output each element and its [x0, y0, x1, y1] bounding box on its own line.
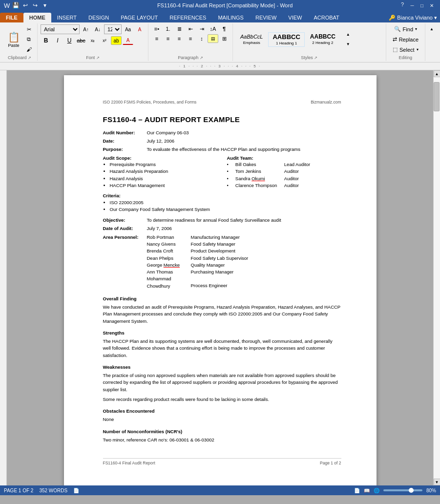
ribbon-collapse-button[interactable]: ▲	[426, 24, 437, 33]
undo-button[interactable]: ↩	[21, 2, 29, 9]
subscript-button[interactable]: x₂	[87, 36, 98, 45]
strikethrough-button[interactable]: abc	[76, 36, 86, 45]
decrease-indent-button[interactable]: ⇤	[185, 24, 196, 33]
save-button[interactable]: 💾	[12, 2, 20, 9]
criteria-list: ISO 22000:2005 Our Company Food Safety M…	[110, 199, 341, 213]
view-print-button[interactable]: 📄	[354, 488, 360, 493]
tab-review[interactable]: REVIEW	[250, 13, 282, 22]
audit-scope-list: Prerequisite Programs Hazard Analysis Pr…	[110, 161, 217, 189]
restore-button[interactable]: □	[418, 1, 426, 9]
audit-team-col: Audit Team: • Bill Oakes Lead Auditor • …	[227, 155, 341, 190]
bullets-button[interactable]: ≡•	[151, 24, 162, 33]
justify-button[interactable]: ≡	[185, 34, 196, 43]
criteria-section: Criteria: ISO 22000:2005 Our Company Foo…	[103, 192, 341, 215]
underline-button[interactable]: U	[64, 36, 75, 45]
font-grow-button[interactable]: A↑	[81, 25, 91, 34]
close-button[interactable]: ✕	[427, 1, 436, 9]
find-button[interactable]: 🔍 Find ▾	[391, 24, 420, 34]
styles-up-button[interactable]: ▲	[343, 30, 354, 39]
format-painter-button[interactable]: 🖌	[23, 45, 34, 54]
scrollbar-thumb[interactable]	[434, 82, 440, 111]
superscript-button[interactable]: x²	[99, 36, 110, 45]
multilevel-button[interactable]: ≣	[174, 24, 185, 33]
line-spacing-button[interactable]: ↕	[196, 34, 207, 43]
weaknesses-text2: Some records regarding product recalls w…	[103, 396, 341, 403]
tab-design[interactable]: DESIGN	[83, 13, 115, 22]
bold-button[interactable]: B	[41, 36, 51, 45]
footer-right: Page 1 of 2	[320, 461, 341, 466]
italic-button[interactable]: I	[52, 36, 63, 45]
tab-view[interactable]: VIEW	[282, 13, 308, 22]
tab-file[interactable]: FILE	[0, 13, 23, 22]
word-icon: W	[4, 2, 10, 9]
find-caret: ▾	[415, 27, 417, 31]
audit-scope-label: Audit Scope:	[103, 155, 217, 161]
paste-button[interactable]: 📋 Paste	[5, 29, 22, 50]
editing-controls: 🔍 Find ▾ ⇄ Replace ⬚ Select ▾	[389, 24, 422, 54]
tab-references[interactable]: REFERENCES	[164, 13, 212, 22]
font-name-select[interactable]: Arial	[41, 24, 80, 34]
style-heading1-sample: AABBCC	[272, 34, 300, 40]
sort-button[interactable]: ↕A	[208, 24, 218, 33]
header-right: Bizmanualz.com	[311, 100, 341, 105]
tab-mailings[interactable]: MAILINGS	[212, 13, 250, 22]
redo-button[interactable]: ↪	[31, 2, 39, 9]
document-scroll: ISO 22000 FSMS Policies, Procedures, and…	[7, 70, 433, 485]
view-web-button[interactable]: 🌐	[374, 488, 379, 493]
style-emphasis[interactable]: AaBbCcL Emphasis	[236, 33, 267, 46]
clear-format-button[interactable]: Aa	[123, 25, 133, 34]
minimize-button[interactable]: ─	[408, 1, 417, 9]
scroll-down-button[interactable]: ▼	[434, 479, 440, 485]
tab-page-layout[interactable]: PAGE LAYOUT	[115, 13, 164, 22]
font-color-button[interactable]: A	[123, 36, 133, 45]
tab-acrobat[interactable]: ACROBAT	[308, 13, 345, 22]
title-bar: W 💾 ↩ ↪ ▾ FS1160-4 Final Audit Report [C…	[0, 0, 440, 11]
p-name-4: George Mencke	[147, 262, 186, 269]
cut-button[interactable]: ✂	[23, 25, 34, 34]
borders-button[interactable]: ⊞	[219, 34, 230, 43]
purpose-row: Purpose: To evaluate the effectiveness o…	[103, 146, 341, 152]
copy-button[interactable]: ⧉	[23, 35, 34, 44]
purpose-value: To evaluate the effectiveness of the HAC…	[147, 146, 300, 152]
select-button[interactable]: ⬚ Select ▾	[389, 45, 422, 54]
scroll-up-button[interactable]: ▲	[434, 70, 440, 77]
font-size-select[interactable]: 12	[104, 24, 122, 34]
highlight-button[interactable]: ab	[111, 36, 122, 45]
increase-indent-button[interactable]: ⇥	[196, 24, 207, 33]
p-role-5: Purchasing Manager	[191, 269, 234, 275]
team-role-4: Auditor	[284, 182, 299, 189]
zoom-slider[interactable]	[383, 489, 422, 491]
tab-home[interactable]: HOME	[23, 13, 51, 22]
help-icon[interactable]: ?	[401, 1, 404, 9]
font-shrink-button[interactable]: A↓	[92, 25, 103, 34]
p-name-6: MohammadChowdhury	[147, 275, 186, 290]
replace-button[interactable]: ⇄ Replace	[389, 35, 422, 44]
ribbon-tabs: FILE HOME INSERT DESIGN PAGE LAYOUT REFE…	[0, 11, 440, 22]
text-effects-button[interactable]: A	[134, 25, 145, 34]
scrollbar-track[interactable]	[434, 77, 440, 479]
tab-insert[interactable]: INSERT	[51, 13, 83, 22]
shading-button[interactable]: ▤	[208, 34, 218, 43]
clipboard-group: 📋 Paste ✂ ⧉ 🖌 Clipboard ↗	[2, 23, 38, 61]
title-bar-left: W 💾 ↩ ↪ ▾	[4, 2, 49, 9]
show-formatting-button[interactable]: ¶	[219, 24, 230, 33]
numbering-button[interactable]: 1.	[163, 24, 173, 33]
audit-team-label: Audit Team:	[227, 155, 341, 161]
p-name-1: Nancy Givens	[147, 241, 186, 248]
p-role-0: Manufacturing Manager	[191, 234, 240, 241]
styles-scroll: ▲ ▼	[343, 30, 354, 49]
style-heading2[interactable]: AABBCC 2 Heading 2	[306, 32, 340, 46]
user-area: 🔑 Bianca Viviano ▾	[345, 13, 440, 22]
align-left-button[interactable]: ≡	[151, 34, 162, 43]
paragraph-row1: ≡• 1. ≣ ⇤ ⇥ ↕A ¶	[151, 24, 230, 33]
align-center-button[interactable]: ≡	[163, 34, 173, 43]
view-read-button[interactable]: 📖	[364, 488, 370, 493]
styles-down-button[interactable]: ▼	[343, 40, 354, 49]
area-personnel-label: Area Personnel:	[103, 234, 147, 292]
style-heading1[interactable]: AABBCC 1 Heading 1	[268, 32, 304, 47]
scope-item-3: Hazard Analysis	[110, 175, 217, 182]
page-header: ISO 22000 FSMS Policies, Procedures, and…	[103, 100, 341, 105]
align-right-button[interactable]: ≡	[174, 34, 185, 43]
p-role-6: Process Engineer	[191, 282, 228, 290]
qat-more-button[interactable]: ▾	[41, 2, 49, 9]
